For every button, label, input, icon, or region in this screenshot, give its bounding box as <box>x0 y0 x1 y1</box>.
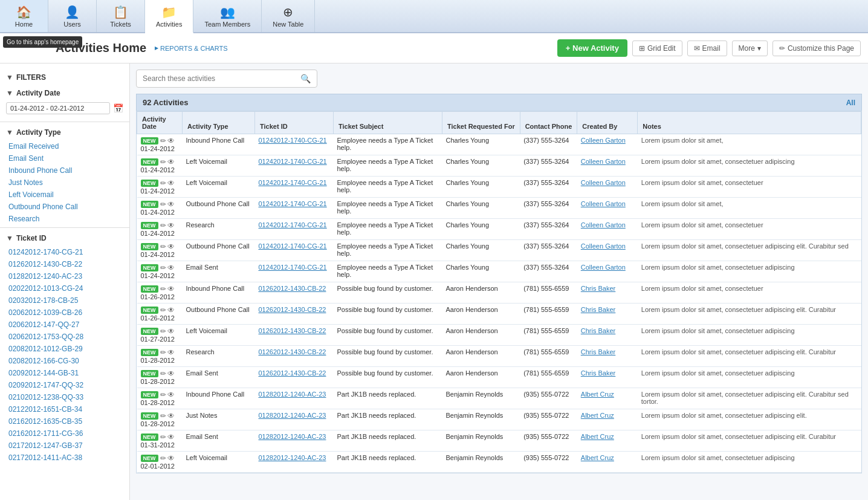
view-icon-9[interactable]: 👁 <box>167 327 175 336</box>
created-by-link-6[interactable]: Colleen Garton <box>581 264 626 271</box>
sidebar-item-outbound-phone-call[interactable]: Outbound Phone Call <box>0 201 129 213</box>
edit-icon-7[interactable]: ✏ <box>160 285 166 293</box>
sidebar-item-ticket-02162012-1711-CG-36[interactable]: 02162012-1711-CG-36 <box>0 427 129 440</box>
created-by-link-5[interactable]: Colleen Garton <box>581 242 626 250</box>
sidebar-item-ticket-02122012-1651-CB-34[interactable]: 02122012-1651-CB-34 <box>0 403 129 415</box>
view-icon-12[interactable]: 👁 <box>167 391 175 399</box>
sidebar-item-email-sent[interactable]: Email Sent <box>0 152 129 164</box>
view-icon-6[interactable]: 👁 <box>167 264 175 272</box>
created-by-link-0[interactable]: Colleen Garton <box>581 137 626 144</box>
edit-icon-6[interactable]: ✏ <box>160 264 166 272</box>
calendar-icon[interactable]: 📅 <box>113 103 123 113</box>
ticket-id-link-8[interactable]: 01262012-1430-CB-22 <box>259 306 326 313</box>
edit-icon-2[interactable]: ✏ <box>160 179 166 187</box>
more-button[interactable]: More ▾ <box>732 41 768 56</box>
ticket-id-link-7[interactable]: 01262012-1430-CB-22 <box>259 285 326 292</box>
view-icon-13[interactable]: 👁 <box>167 412 175 420</box>
created-by-link-3[interactable]: Colleen Garton <box>581 200 626 207</box>
created-by-link-11[interactable]: Chris Baker <box>581 369 615 377</box>
sidebar-item-ticket-01282012-1240-AC-23[interactable]: 01282012-1240-AC-23 <box>0 270 129 282</box>
all-link[interactable]: All <box>846 99 855 107</box>
created-by-link-15[interactable]: Albert Cruz <box>581 454 614 461</box>
edit-icon-0[interactable]: ✏ <box>160 137 166 145</box>
nav-item-tickets[interactable]: 📋Tickets <box>97 0 145 32</box>
sidebar-item-ticket-01262012-1430-CB-22[interactable]: 01262012-1430-CB-22 <box>0 258 129 270</box>
nav-item-activities[interactable]: 📁Activities <box>145 0 193 33</box>
view-icon-7[interactable]: 👁 <box>167 285 175 293</box>
customize-button[interactable]: ✏ Customize this Page <box>772 41 861 56</box>
edit-icon-12[interactable]: ✏ <box>160 391 166 399</box>
new-activity-button[interactable]: + New Activity <box>557 39 627 57</box>
edit-icon-3[interactable]: ✏ <box>160 200 166 209</box>
view-icon-5[interactable]: 👁 <box>167 242 175 251</box>
sidebar-item-left-voicemail[interactable]: Left Voicemail <box>0 189 129 201</box>
edit-icon-13[interactable]: ✏ <box>160 412 166 420</box>
sidebar-item-ticket-02102012-1238-QQ-33[interactable]: 02102012-1238-QQ-33 <box>0 391 129 403</box>
view-icon-10[interactable]: 👁 <box>167 348 175 357</box>
ticket-id-link-10[interactable]: 01262012-1430-CB-22 <box>259 348 326 356</box>
ticket-id-header[interactable]: ▼ Ticket ID <box>0 230 129 246</box>
sidebar-item-ticket-02082012-1012-GB-29[interactable]: 02082012-1012-GB-29 <box>0 343 129 355</box>
sidebar-item-research[interactable]: Research <box>0 213 129 225</box>
sidebar-item-ticket-02092012-144-GB-31[interactable]: 02092012-144-GB-31 <box>0 367 129 379</box>
activity-date-header[interactable]: ▼ Activity Date <box>0 85 129 101</box>
ticket-id-link-9[interactable]: 01262012-1430-CB-22 <box>259 327 326 334</box>
sidebar-item-ticket-02082012-166-CG-30[interactable]: 02082012-166-CG-30 <box>0 355 129 367</box>
edit-icon-14[interactable]: ✏ <box>160 433 166 441</box>
ticket-id-link-4[interactable]: 01242012-1740-CG-21 <box>259 221 327 229</box>
view-icon-4[interactable]: 👁 <box>167 221 175 230</box>
edit-icon-8[interactable]: ✏ <box>160 306 166 314</box>
nav-item-team-members[interactable]: 👥Team Members <box>193 0 262 32</box>
ticket-id-link-6[interactable]: 01242012-1740-CG-21 <box>259 264 327 271</box>
view-icon-3[interactable]: 👁 <box>167 200 175 209</box>
sidebar-item-inbound-phone-call[interactable]: Inbound Phone Call <box>0 164 129 177</box>
created-by-link-12[interactable]: Albert Cruz <box>581 391 614 398</box>
edit-icon-5[interactable]: ✏ <box>160 242 166 251</box>
view-icon-15[interactable]: 👁 <box>167 454 175 463</box>
view-icon-8[interactable]: 👁 <box>167 306 175 314</box>
created-by-link-8[interactable]: Chris Baker <box>581 306 615 313</box>
ticket-id-link-11[interactable]: 01262012-1430-CB-22 <box>259 369 326 377</box>
created-by-link-14[interactable]: Albert Cruz <box>581 433 614 440</box>
sidebar-item-ticket-02062012-147-QQ-27[interactable]: 02062012-147-QQ-27 <box>0 319 129 331</box>
sidebar-item-ticket-02032012-178-CB-25[interactable]: 02032012-178-CB-25 <box>0 294 129 307</box>
view-icon-14[interactable]: 👁 <box>167 433 175 441</box>
email-button[interactable]: ✉ Email <box>687 41 727 56</box>
sidebar-item-ticket-02162012-1635-CB-35[interactable]: 02162012-1635-CB-35 <box>0 415 129 427</box>
created-by-link-1[interactable]: Colleen Garton <box>581 158 626 165</box>
sidebar-item-email-received[interactable]: Email Received <box>0 140 129 152</box>
ticket-id-link-5[interactable]: 01242012-1740-CG-21 <box>259 242 327 250</box>
sidebar-item-ticket-02062012-1753-QQ-28[interactable]: 02062012-1753-QQ-28 <box>0 331 129 343</box>
sidebar-item-ticket-02172012-1411-AC-38[interactable]: 02172012-1411-AC-38 <box>0 452 129 464</box>
created-by-link-2[interactable]: Colleen Garton <box>581 179 626 186</box>
edit-icon-4[interactable]: ✏ <box>160 221 166 230</box>
ticket-id-link-15[interactable]: 01282012-1240-AC-23 <box>259 454 326 461</box>
nav-item-home[interactable]: 🏠Home <box>0 0 48 32</box>
edit-icon-10[interactable]: ✏ <box>160 348 166 357</box>
nav-item-new-table[interactable]: ⊕New Table <box>262 0 315 32</box>
ticket-id-link-0[interactable]: 01242012-1740-CG-21 <box>259 137 327 144</box>
filters-header[interactable]: ▼ FILTERS <box>0 70 129 85</box>
ticket-id-link-14[interactable]: 01282012-1240-AC-23 <box>259 433 326 440</box>
ticket-id-link-1[interactable]: 01242012-1740-CG-21 <box>259 158 327 165</box>
search-input[interactable] <box>143 74 300 83</box>
view-icon-0[interactable]: 👁 <box>167 137 175 145</box>
view-icon-11[interactable]: 👁 <box>167 369 175 378</box>
ticket-id-link-2[interactable]: 01242012-1740-CG-21 <box>259 179 327 186</box>
view-icon-2[interactable]: 👁 <box>167 179 175 187</box>
sidebar-item-ticket-02062012-1039-CB-26[interactable]: 02062012-1039-CB-26 <box>0 307 129 319</box>
created-by-link-13[interactable]: Albert Cruz <box>581 412 614 419</box>
edit-icon-15[interactable]: ✏ <box>160 454 166 463</box>
sidebar-item-ticket-02092012-1747-QQ-32[interactable]: 02092012-1747-QQ-32 <box>0 379 129 391</box>
view-icon-1[interactable]: 👁 <box>167 158 175 166</box>
edit-icon-1[interactable]: ✏ <box>160 158 166 166</box>
activity-type-header[interactable]: ▼ Activity Type <box>0 125 129 140</box>
grid-edit-button[interactable]: ⊞ Grid Edit <box>632 41 682 56</box>
sidebar-item-ticket-01242012-1740-CG-21[interactable]: 01242012-1740-CG-21 <box>0 246 129 258</box>
sidebar-item-just-notes[interactable]: Just Notes <box>0 177 129 189</box>
created-by-link-4[interactable]: Colleen Garton <box>581 221 626 229</box>
ticket-id-link-13[interactable]: 01282012-1240-AC-23 <box>259 412 326 419</box>
created-by-link-10[interactable]: Chris Baker <box>581 348 615 356</box>
sidebar-item-ticket-02022012-1013-CG-24[interactable]: 02022012-1013-CG-24 <box>0 282 129 294</box>
ticket-id-link-12[interactable]: 01282012-1240-AC-23 <box>259 391 326 398</box>
